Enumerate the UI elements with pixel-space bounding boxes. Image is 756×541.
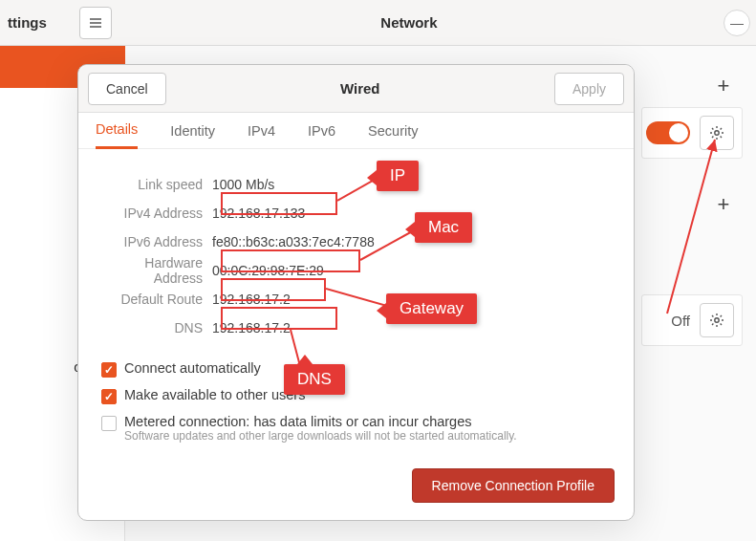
share-checkbox[interactable] bbox=[101, 389, 117, 404]
hamburger-icon bbox=[88, 15, 103, 31]
settings-header: ttings Network — bbox=[0, 0, 756, 46]
dialog-tabs: Details Identity IPv4 IPv6 Security bbox=[78, 113, 634, 149]
tab-security[interactable]: Security bbox=[368, 113, 418, 149]
tab-ipv4[interactable]: IPv4 bbox=[248, 113, 275, 149]
gear-icon bbox=[709, 125, 724, 141]
wired-dialog: Cancel Wired Apply Details Identity IPv4… bbox=[77, 64, 635, 521]
svg-point-0 bbox=[715, 131, 719, 135]
proxy-status: Off bbox=[671, 313, 690, 329]
toggle-knob bbox=[669, 123, 688, 142]
route-label: Default Route bbox=[101, 292, 212, 307]
dialog-title: Wired bbox=[166, 80, 554, 97]
apply-button[interactable]: Apply bbox=[554, 73, 624, 105]
svg-point-1 bbox=[715, 318, 719, 322]
menu-button[interactable] bbox=[79, 7, 112, 39]
proxy-row: Off bbox=[641, 294, 743, 346]
proxy-settings-button[interactable] bbox=[700, 303, 734, 337]
page-title: Network bbox=[112, 14, 724, 31]
highlight-mac bbox=[221, 249, 360, 272]
settings-title: ttings bbox=[0, 14, 47, 31]
minimize-icon: — bbox=[730, 15, 744, 31]
link-speed-value: 1000 Mb/s bbox=[212, 177, 274, 192]
wired-conn-row bbox=[641, 107, 743, 159]
annotation-gateway: Gateway bbox=[386, 293, 477, 324]
minimize-button[interactable]: — bbox=[724, 10, 750, 36]
ipv4-label: IPv4 Address bbox=[101, 206, 212, 221]
metered-checkbox[interactable] bbox=[101, 416, 117, 431]
tab-details[interactable]: Details bbox=[96, 113, 138, 149]
gear-icon bbox=[709, 313, 724, 328]
metered-sublabel: Software updates and other large downloa… bbox=[124, 429, 517, 443]
add-vpn-button[interactable]: + bbox=[714, 195, 733, 214]
connect-auto-label: Connect automatically bbox=[124, 360, 261, 376]
ipv6-value: fe80::b63c:a033:7ec4:7788 bbox=[212, 234, 375, 249]
wired-toggle[interactable] bbox=[646, 121, 690, 144]
add-wired-button[interactable]: + bbox=[714, 76, 733, 96]
ipv6-label: IPv6 Address bbox=[101, 234, 212, 249]
highlight-ip bbox=[221, 192, 337, 215]
mac-label: Hardware Address bbox=[101, 255, 212, 286]
annotation-dns: DNS bbox=[284, 364, 345, 395]
checkbox-group: Connect automatically Make available to … bbox=[78, 352, 634, 455]
highlight-dns bbox=[221, 307, 337, 330]
highlight-route bbox=[221, 278, 326, 301]
tab-ipv6[interactable]: IPv6 bbox=[308, 113, 335, 149]
connect-auto-checkbox[interactable] bbox=[101, 362, 117, 378]
link-speed-label: Link speed bbox=[101, 177, 212, 192]
cancel-button[interactable]: Cancel bbox=[88, 73, 166, 105]
remove-profile-button[interactable]: Remove Connection Profile bbox=[412, 468, 615, 503]
share-label: Make available to other users bbox=[124, 387, 305, 402]
metered-label: Metered connection: has data limits or c… bbox=[124, 414, 517, 429]
tab-identity[interactable]: Identity bbox=[170, 113, 215, 149]
dialog-header: Cancel Wired Apply bbox=[78, 65, 634, 113]
annotation-ip: IP bbox=[377, 161, 419, 191]
dns-label: DNS bbox=[101, 320, 212, 335]
wired-settings-button[interactable] bbox=[700, 116, 734, 150]
annotation-mac: Mac bbox=[415, 212, 472, 243]
